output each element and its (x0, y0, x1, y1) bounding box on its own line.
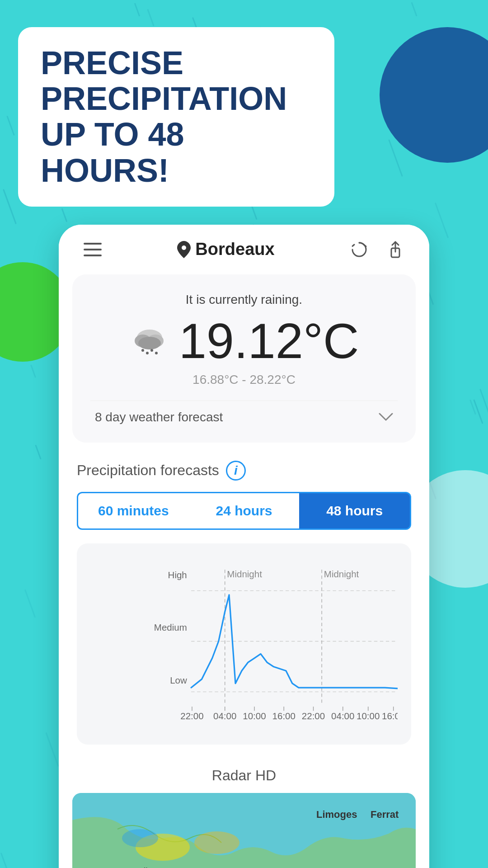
tab-60-minutes[interactable]: 60 minutes (77, 492, 189, 530)
precipitation-chart: High Medium Low Midnight Midnight 22:00 (77, 543, 411, 745)
svg-text:Low: Low (170, 675, 187, 685)
radar-label: Radar HD (72, 767, 416, 784)
weather-card: It is currently raining. 19.12°C 16.88°C… (72, 274, 416, 443)
svg-text:Medium: Medium (154, 622, 187, 632)
temperature-display: 19.12°C (179, 316, 359, 366)
deco-circle-blue (380, 27, 488, 163)
chevron-down-icon (379, 413, 393, 422)
precip-header: Precipitation forecasts i (72, 461, 416, 481)
svg-text:10:00: 10:00 (243, 711, 266, 721)
svg-point-41 (122, 829, 158, 847)
radar-map[interactable]: Limoges Ferrat Nouvelle- (72, 793, 416, 868)
nav-title: Bordeaux (177, 240, 274, 259)
svg-rect-0 (84, 243, 102, 245)
precip-title: Precipitation forecasts (77, 462, 219, 479)
svg-rect-2 (84, 255, 102, 256)
svg-text:04:00: 04:00 (331, 711, 354, 721)
svg-text:Nouvelle-: Nouvelle- (117, 866, 155, 868)
location-pin-icon (177, 241, 191, 258)
svg-text:Midnight: Midnight (324, 569, 359, 579)
svg-text:Limoges: Limoges (316, 809, 357, 820)
nav-bar: Bordeaux (59, 225, 429, 270)
chart-svg: High Medium Low Midnight Midnight 22:00 (86, 557, 398, 734)
svg-text:High: High (168, 569, 187, 580)
precipitation-section: Precipitation forecasts i 60 minutes 24 … (59, 456, 429, 768)
promo-banner: PRECISE PRECIPITATION UP TO 48 HOURS! (18, 27, 334, 207)
share-button[interactable] (384, 238, 407, 261)
svg-text:16:00: 16:00 (382, 711, 398, 721)
svg-rect-1 (84, 249, 102, 250)
refresh-button[interactable] (348, 238, 371, 261)
svg-text:Ferrat: Ferrat (371, 809, 399, 820)
tab-24-hours[interactable]: 24 hours (189, 492, 300, 530)
svg-text:22:00: 22:00 (180, 711, 203, 721)
time-tabs: 60 minutes 24 hours 48 hours (72, 492, 416, 530)
weather-temp-row: 19.12°C (90, 316, 398, 366)
forecast-toggle[interactable]: 8 day weather forecast (90, 401, 398, 429)
promo-text: PRECISE PRECIPITATION UP TO 48 HOURS! (41, 45, 312, 189)
phone-mockup: Bordeaux It is currently raini (59, 225, 429, 868)
svg-point-9 (146, 352, 149, 354)
weather-icon (129, 325, 170, 357)
svg-point-8 (141, 349, 144, 352)
svg-point-10 (150, 349, 153, 352)
info-button[interactable]: i (226, 461, 246, 481)
radar-section: Radar HD Limoges Ferrat Nouvelle- (59, 767, 429, 868)
nav-action-icons (348, 238, 407, 261)
svg-text:22:00: 22:00 (302, 711, 325, 721)
tab-48-hours[interactable]: 48 hours (299, 492, 411, 530)
city-name: Bordeaux (195, 240, 274, 259)
svg-point-7 (138, 337, 161, 349)
svg-point-11 (155, 352, 158, 354)
svg-text:10:00: 10:00 (357, 711, 380, 721)
svg-point-40 (194, 831, 239, 854)
svg-text:Midnight: Midnight (227, 569, 262, 579)
forecast-toggle-label: 8 day weather forecast (95, 410, 223, 425)
menu-button[interactable] (81, 238, 104, 261)
temperature-range: 16.88°C - 28.22°C (90, 373, 398, 387)
svg-text:16:00: 16:00 (272, 711, 296, 721)
svg-text:04:00: 04:00 (213, 711, 236, 721)
weather-status: It is currently raining. (90, 292, 398, 307)
